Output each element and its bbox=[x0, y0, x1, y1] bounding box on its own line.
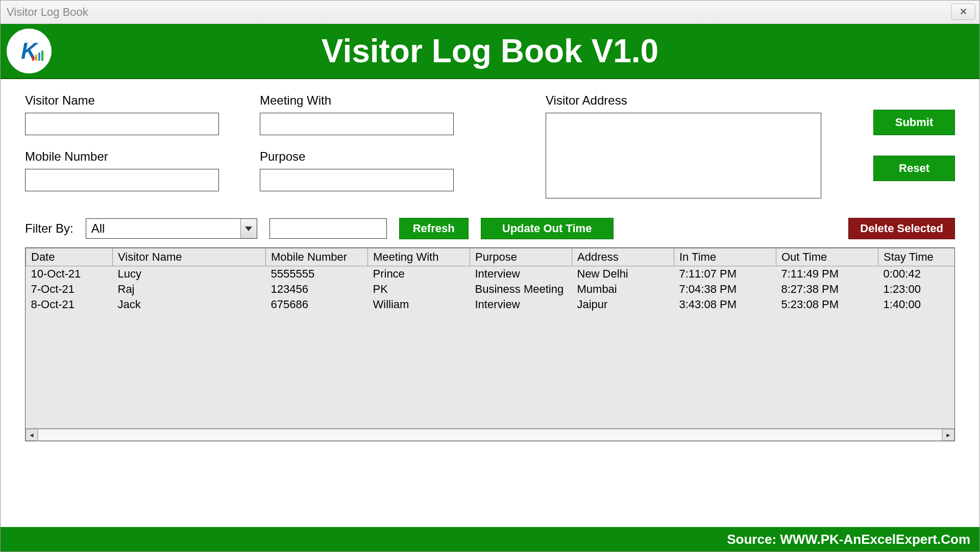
cell-in: 3:43:08 PM bbox=[674, 297, 776, 312]
data-grid[interactable]: Date Visitor Name Mobile Number Meeting … bbox=[25, 247, 955, 441]
update-out-time-button[interactable]: Update Out Time bbox=[481, 218, 614, 239]
window-title: Visitor Log Book bbox=[7, 6, 88, 19]
header-banner: K Visitor Log Book V1.0 bbox=[1, 24, 979, 79]
col-purpose[interactable]: Purpose bbox=[470, 248, 572, 266]
cell-mobile: 675686 bbox=[266, 297, 368, 312]
purpose-label: Purpose bbox=[260, 149, 546, 164]
cell-meeting: Prince bbox=[368, 266, 470, 282]
close-button[interactable]: ✕ bbox=[951, 4, 975, 20]
purpose-input[interactable] bbox=[260, 169, 454, 191]
col-date[interactable]: Date bbox=[26, 248, 113, 266]
cell-purpose: Business Meeting bbox=[470, 282, 572, 297]
mobile-number-label: Mobile Number bbox=[25, 149, 260, 164]
grid-header-row: Date Visitor Name Mobile Number Meeting … bbox=[26, 248, 955, 266]
logo: K bbox=[7, 29, 52, 73]
visitor-address-label: Visitor Address bbox=[546, 93, 831, 108]
cell-date: 7-Oct-21 bbox=[26, 282, 113, 297]
banner-title: Visitor Log Book V1.0 bbox=[52, 32, 973, 70]
cell-name: Raj bbox=[113, 282, 266, 297]
cell-name: Lucy bbox=[113, 266, 266, 282]
cell-address: New Delhi bbox=[572, 266, 674, 282]
cell-meeting: PK bbox=[368, 282, 470, 297]
chevron-down-icon bbox=[240, 219, 257, 238]
cell-purpose: Interview bbox=[470, 266, 572, 282]
cell-out: 7:11:49 PM bbox=[776, 266, 878, 282]
visitor-name-label: Visitor Name bbox=[25, 93, 260, 108]
cell-date: 8-Oct-21 bbox=[26, 297, 113, 312]
cell-out: 5:23:08 PM bbox=[776, 297, 878, 312]
cell-address: Mumbai bbox=[572, 282, 674, 297]
horizontal-scrollbar[interactable]: ◄ ► bbox=[26, 429, 954, 441]
cell-stay: 0:00:42 bbox=[878, 266, 955, 282]
scroll-left-icon[interactable]: ◄ bbox=[26, 429, 38, 441]
table-row[interactable]: 7-Oct-21Raj123456PKBusiness MeetingMumba… bbox=[26, 282, 955, 297]
col-meeting[interactable]: Meeting With bbox=[368, 248, 470, 266]
footer-text: Source: WWW.PK-AnExcelExpert.Com bbox=[727, 532, 970, 547]
form-area: Visitor Name Mobile Number Meeting With … bbox=[1, 79, 979, 204]
cell-out: 8:27:38 PM bbox=[776, 282, 878, 297]
cell-date: 10-Oct-21 bbox=[26, 266, 113, 282]
filter-by-combo[interactable]: All bbox=[86, 218, 257, 239]
col-mobile[interactable]: Mobile Number bbox=[266, 248, 368, 266]
scroll-right-icon[interactable]: ► bbox=[942, 429, 954, 441]
filter-toolbar: Filter By: All Refresh Update Out Time D… bbox=[1, 204, 979, 244]
logo-icon: K bbox=[21, 38, 37, 64]
cell-name: Jack bbox=[113, 297, 266, 312]
app-window: Visitor Log Book ✕ K Visitor Log Book V1… bbox=[0, 0, 980, 552]
reset-button[interactable]: Reset bbox=[873, 156, 955, 181]
close-icon: ✕ bbox=[960, 6, 967, 17]
scroll-track[interactable] bbox=[38, 429, 942, 441]
refresh-button[interactable]: Refresh bbox=[399, 218, 469, 239]
delete-selected-button[interactable]: Delete Selected bbox=[848, 218, 955, 239]
cell-stay: 1:40:00 bbox=[878, 297, 955, 312]
visitor-address-input[interactable] bbox=[546, 113, 821, 198]
submit-button[interactable]: Submit bbox=[873, 110, 955, 135]
cell-stay: 1:23:00 bbox=[878, 282, 955, 297]
footer-banner: Source: WWW.PK-AnExcelExpert.Com bbox=[1, 527, 979, 551]
cell-in: 7:04:38 PM bbox=[674, 282, 776, 297]
col-address[interactable]: Address bbox=[572, 248, 674, 266]
col-out-time[interactable]: Out Time bbox=[776, 248, 878, 266]
table-row[interactable]: 8-Oct-21Jack675686WilliamInterviewJaipur… bbox=[26, 297, 955, 312]
filter-by-label: Filter By: bbox=[25, 221, 74, 236]
titlebar: Visitor Log Book ✕ bbox=[1, 1, 979, 24]
cell-purpose: Interview bbox=[470, 297, 572, 312]
col-in-time[interactable]: In Time bbox=[674, 248, 776, 266]
filter-by-value: All bbox=[86, 221, 240, 236]
meeting-with-input[interactable] bbox=[260, 113, 454, 135]
filter-search-input[interactable] bbox=[270, 218, 387, 239]
table-row[interactable]: 10-Oct-21Lucy5555555PrinceInterviewNew D… bbox=[26, 266, 955, 282]
cell-address: Jaipur bbox=[572, 297, 674, 312]
col-stay-time[interactable]: Stay Time bbox=[878, 248, 955, 266]
visitor-name-input[interactable] bbox=[25, 113, 219, 135]
cell-in: 7:11:07 PM bbox=[674, 266, 776, 282]
meeting-with-label: Meeting With bbox=[260, 93, 546, 108]
cell-meeting: William bbox=[368, 297, 470, 312]
cell-mobile: 123456 bbox=[266, 282, 368, 297]
mobile-number-input[interactable] bbox=[25, 169, 219, 191]
cell-mobile: 5555555 bbox=[266, 266, 368, 282]
col-visitor-name[interactable]: Visitor Name bbox=[113, 248, 266, 266]
